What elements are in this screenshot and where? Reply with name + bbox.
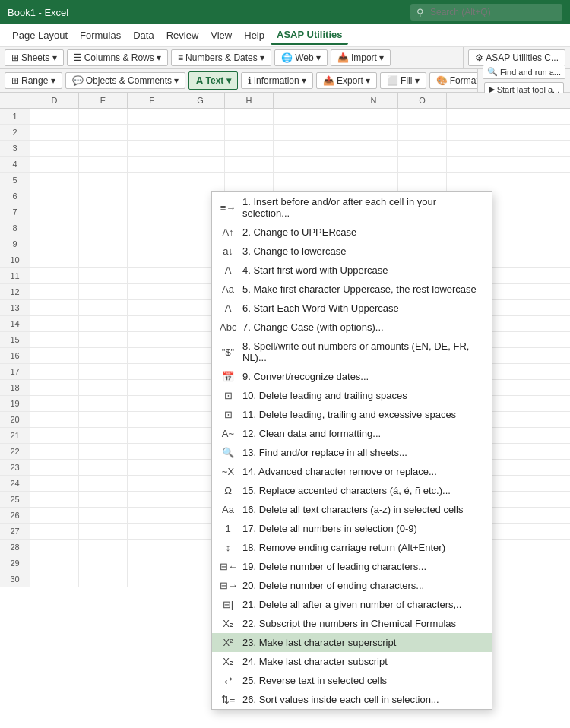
menu-item-asap[interactable]: ASAP Utilities (271, 26, 348, 45)
dropdown-item-4[interactable]: A4. Start first word with Uppercase (212, 261, 492, 280)
dropdown-item-icon: ↕ (220, 542, 236, 553)
dropdown-item-icon: A↑ (220, 226, 236, 238)
dropdown-item-16[interactable]: Aa16. Delete all text characters (a-z) i… (212, 500, 492, 519)
dropdown-item-text: 18. Remove ending carriage return (Alt+E… (242, 542, 484, 553)
dropdown-item-text: 21. Delete all after a given number of c… (242, 599, 484, 610)
dropdown-item-13[interactable]: 🔍13. Find and/or replace in all sheets..… (212, 443, 492, 462)
dropdown-item-23[interactable]: X²23. Make last character superscript (212, 633, 492, 652)
dropdown-item-text: 8. Spell/write out numbers or amounts (E… (242, 340, 484, 363)
dropdown-item-text: 16. Delete all text characters (a-z) in … (242, 504, 484, 515)
import-icon: 📥 (337, 52, 349, 63)
dropdown-item-10[interactable]: ⊡10. Delete leading and trailing spaces (212, 386, 492, 405)
dropdown-item-26[interactable]: ⇅≡26. Sort values inside each cell in se… (212, 690, 492, 709)
dropdown-item-text: 14. Advanced character remove or replace… (242, 466, 484, 477)
dropdown-item-14[interactable]: ~X14. Advanced character remove or repla… (212, 462, 492, 481)
ribbon-fill[interactable]: ⬜ Fill ▾ (380, 72, 426, 89)
dropdown-item-17[interactable]: 117. Delete all numbers in selection (0-… (212, 519, 492, 538)
dropdown-item-text: 7. Change Case (with options)... (242, 321, 484, 333)
format-icon: 🎨 (436, 75, 448, 86)
dropdown-item-24[interactable]: X₂24. Make last character subscript (212, 652, 492, 671)
ribbon-sheets[interactable]: ⊞ Sheets ▾ (5, 49, 64, 66)
dropdown-item-2[interactable]: A↑2. Change to UPPERcase (212, 223, 492, 242)
title-bar-title: Book1 - Excel (8, 7, 410, 18)
menu-item-formulas[interactable]: Formulas (74, 27, 127, 44)
dropdown-item-15[interactable]: Ω15. Replace accented characters (á, é, … (212, 481, 492, 500)
dropdown-item-7[interactable]: Abc7. Change Case (with options)... (212, 318, 492, 337)
dropdown-item-text: 26. Sort values inside each cell in sele… (242, 694, 484, 705)
ribbon-find-run[interactable]: 🔍 Find and run a... (483, 65, 565, 79)
dropdown-item-icon: Abc (220, 321, 236, 333)
ribbon-objects-comments[interactable]: 💬 Objects & Comments ▾ (65, 72, 186, 89)
column-headers: D E F G H N O (0, 93, 570, 109)
ribbon-import[interactable]: 📥 Import ▾ (331, 49, 391, 66)
dropdown-item-22[interactable]: X₂22. Subscript the numbers in Chemical … (212, 614, 492, 633)
dropdown-item-5[interactable]: Aa5. Make first character Uppercase, the… (212, 280, 492, 299)
dropdown-item-icon: ⊟→ (220, 580, 236, 591)
dropdown-item-text: 1. Insert before and/or after each cell … (242, 196, 484, 219)
ribbon-web[interactable]: 🌐 Web ▾ (274, 49, 328, 66)
export-icon: 📤 (323, 75, 334, 86)
dropdown-item-icon: A (220, 264, 236, 276)
dropdown-item-25[interactable]: ⇄25. Reverse text in selected cells (212, 671, 492, 690)
dropdown-item-20[interactable]: ⊟→20. Delete number of ending characters… (212, 576, 492, 595)
title-bar: Book1 - Excel ⚲ (0, 0, 570, 24)
ribbon-export[interactable]: 📤 Export ▾ (316, 72, 377, 89)
search-input[interactable] (410, 4, 562, 21)
fill-icon: ⬜ (387, 75, 398, 86)
table-row: 2 (0, 125, 570, 141)
col-header-e: E (79, 93, 128, 108)
find-run-icon: 🔍 (487, 67, 498, 77)
dropdown-item-text: 11. Delete leading, trailing and excessi… (242, 409, 484, 420)
sheets-icon: ⊞ (11, 52, 19, 63)
asap-icon: ⚙ (475, 52, 483, 63)
dropdown-item-text: 6. Start Each Word With Uppercase (242, 302, 484, 314)
numbers-dates-icon: ≡ (178, 52, 183, 63)
ribbon-numbers-dates[interactable]: ≡ Numbers & Dates ▾ (171, 49, 271, 66)
dropdown-item-text: 4. Start first word with Uppercase (242, 264, 484, 276)
table-row: 4 (0, 157, 570, 173)
dropdown-item-icon: ⊡ (220, 390, 236, 401)
dropdown-item-icon: ⊟← (220, 561, 236, 572)
ribbon-asap-utilities[interactable]: ⚙ ASAP Utilities C... (468, 49, 565, 66)
dropdown-item-12[interactable]: A~12. Clean data and formatting... (212, 424, 492, 443)
dropdown-item-text: 13. Find and/or replace in all sheets... (242, 447, 484, 458)
dropdown-item-icon: Aa (220, 504, 236, 515)
web-icon: 🌐 (281, 52, 293, 63)
dropdown-item-text: 5. Make first character Uppercase, the r… (242, 283, 484, 295)
col-header-n: N (350, 93, 398, 108)
ribbon-information[interactable]: ℹ Information ▾ (241, 72, 313, 89)
dropdown-item-19[interactable]: ⊟←19. Delete number of leading character… (212, 557, 492, 576)
dropdown-item-11[interactable]: ⊡11. Delete leading, trailing and excess… (212, 405, 492, 424)
dropdown-item-9[interactable]: 📅9. Convert/recognize dates... (212, 367, 492, 386)
dropdown-item-icon: X₂ (220, 656, 236, 667)
menu-item-review[interactable]: Review (160, 27, 205, 44)
dropdown-item-6[interactable]: A6. Start Each Word With Uppercase (212, 299, 492, 318)
dropdown-item-text: 25. Reverse text in selected cells (242, 675, 484, 686)
dropdown-item-icon: a↓ (220, 245, 236, 257)
dropdown-item-icon: A~ (220, 428, 236, 439)
dropdown-item-text: 3. Change to lowercase (242, 245, 484, 257)
dropdown-item-icon: ~X (220, 466, 236, 477)
dropdown-item-1[interactable]: ≡→1. Insert before and/or after each cel… (212, 192, 492, 223)
dropdown-item-icon: 🔍 (220, 447, 236, 458)
dropdown-item-icon: 1 (220, 523, 236, 534)
ribbon-columns-rows[interactable]: ☰ Columns & Rows ▾ (67, 49, 168, 66)
dropdown-item-text: 2. Change to UPPERcase (242, 226, 484, 238)
menu-item-view[interactable]: View (204, 27, 238, 44)
table-row: 5 (0, 173, 570, 188)
dropdown-item-icon: A (220, 302, 236, 314)
dropdown-item-18[interactable]: ↕18. Remove ending carriage return (Alt+… (212, 538, 492, 557)
dropdown-item-3[interactable]: a↓3. Change to lowercase (212, 242, 492, 261)
dropdown-item-21[interactable]: ⊟|21. Delete all after a given number of… (212, 595, 492, 614)
information-icon: ℹ (248, 75, 252, 86)
dropdown-item-icon: "$" (220, 347, 236, 358)
dropdown-item-text: 15. Replace accented characters (á, é, ñ… (242, 485, 484, 496)
dropdown-item-text: 22. Subscript the numbers in Chemical Fo… (242, 618, 484, 629)
dropdown-item-8[interactable]: "$"8. Spell/write out numbers or amounts… (212, 337, 492, 367)
col-header-f: F (128, 93, 176, 108)
ribbon-text[interactable]: A Text ▾ (188, 71, 237, 90)
ribbon-range[interactable]: ⊞ Range ▾ (5, 72, 62, 89)
menu-item-data[interactable]: Data (127, 27, 160, 44)
menu-item-page-layout[interactable]: Page Layout (6, 27, 74, 44)
menu-item-help[interactable]: Help (238, 27, 271, 44)
